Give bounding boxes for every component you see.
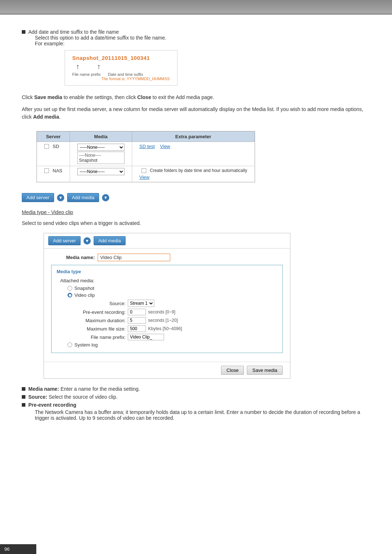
- media-name-label: Media name:: [51, 255, 95, 260]
- sd-extra-cell: SD test View: [132, 142, 254, 166]
- nas-label: NAS: [53, 168, 62, 173]
- add-server-button[interactable]: Add server: [22, 193, 54, 202]
- nas-media-dropdown[interactable]: -----None-----: [77, 168, 124, 175]
- max-filesize-hint: Kbytes [50~4096]: [148, 326, 182, 331]
- para1: Click Save media to enable the settings,…: [22, 94, 370, 101]
- section-subtitle: Select to send video clips when a trigge…: [22, 219, 370, 227]
- syslog-label: System log: [74, 342, 98, 348]
- max-duration-hint: seconds [1~20]: [148, 318, 178, 323]
- bullet-source-bold: Source:: [28, 394, 47, 400]
- add-server-icon[interactable]: ▼: [57, 194, 64, 201]
- file-prefix-input[interactable]: [128, 334, 164, 340]
- media-type-section: Media type Attached media: Snapshot Vide…: [51, 265, 283, 353]
- para2-start: After you set up the first media server,…: [22, 106, 363, 120]
- sd-view-link[interactable]: View: [160, 144, 170, 149]
- dropdown-none-option: ----None----: [79, 153, 123, 158]
- sd-server-cell: SD: [37, 142, 70, 166]
- snapshot-filename: Snapshot_20111015_100341: [72, 55, 170, 61]
- bullet-media-name: Media name: Enter a name for the media s…: [22, 386, 370, 392]
- label-prefix: File name prefix: [72, 72, 101, 77]
- bullet-media-name-bold: Media name:: [28, 386, 59, 392]
- pre-event-row: Pre-event recording: seconds [0~9]: [75, 309, 277, 315]
- bullet-sub2: For example:: [35, 41, 177, 46]
- nas-checkbox[interactable]: [44, 168, 49, 173]
- label-suffix: Date and time suffix: [108, 72, 143, 77]
- bullet-sub1: Select this option to add a date/time su…: [35, 35, 177, 41]
- dialog-add-server-icon[interactable]: ▼: [83, 237, 91, 245]
- bullet-icon-2: [22, 395, 25, 399]
- create-folders-checkbox[interactable]: [142, 168, 146, 173]
- add-media-icon[interactable]: ▼: [102, 194, 109, 201]
- create-folders-row: Create folders by date time and hour aut…: [142, 168, 247, 173]
- source-dropdown[interactable]: Stream 1 Stream 2: [128, 300, 154, 307]
- dialog-add-media-button[interactable]: Add media: [94, 236, 126, 245]
- bullet-icon: [22, 30, 25, 34]
- page-content: Add date and time suffix to the file nam…: [0, 15, 392, 445]
- media-name-row: Media name:: [51, 254, 283, 261]
- pre-event-input[interactable]: [128, 309, 146, 315]
- bullet-source: Source: Select the source of video clip.: [22, 394, 370, 400]
- nas-media-cell: -----None-----: [70, 166, 132, 182]
- source-row: Source: Stream 1 Stream 2: [75, 300, 277, 307]
- bottom-bullets: Media name: Enter a name for the media s…: [22, 386, 370, 421]
- bullet-source-text: Source: Select the source of video clip.: [28, 394, 118, 400]
- dialog-footer: Close Save media: [44, 362, 290, 378]
- table-row-sd: SD -----None----- ----None---- Snapshot: [37, 142, 255, 166]
- bullet-date-suffix-text: Add date and time suffix to the file nam…: [28, 29, 119, 35]
- sd-label: SD: [53, 144, 59, 149]
- media-name-input[interactable]: [98, 254, 170, 261]
- syslog-radio[interactable]: [68, 342, 72, 347]
- pre-event-hint: seconds [0~9]: [148, 309, 175, 315]
- bullet-date-suffix: Add date and time suffix to the file nam…: [22, 29, 370, 89]
- max-filesize-input[interactable]: [128, 325, 146, 332]
- col-server: Server: [37, 132, 70, 142]
- add-media-button[interactable]: Add media: [67, 193, 99, 202]
- page-header: [0, 0, 392, 15]
- snapshot-label: Snapshot: [74, 286, 94, 291]
- bold-save-media: Save media: [34, 94, 62, 100]
- nas-extra-cell: Create folders by date time and hour aut…: [132, 166, 254, 182]
- dropdown-snapshot-option: Snapshot: [79, 158, 123, 163]
- dialog-add-server-button[interactable]: Add server: [48, 236, 81, 245]
- nas-view-link[interactable]: View: [139, 175, 150, 180]
- bullet-pre-event-content: Pre-event recording The Network Camera h…: [28, 402, 370, 421]
- bullet-sub: Select this option to add a date/time su…: [35, 35, 177, 46]
- media-type-title: Media type: [57, 269, 277, 274]
- max-filesize-label: Maximum file size:: [75, 326, 126, 332]
- bullet-media-name-text: Media name: Enter a name for the media s…: [28, 386, 140, 392]
- para2: After you set up the first media server,…: [22, 106, 370, 121]
- video-clip-dialog: Add server ▼ Add media Media name: Media…: [44, 233, 290, 379]
- sd-test-link[interactable]: SD test: [139, 144, 155, 149]
- col-extra: Extra parameter: [132, 132, 254, 142]
- file-prefix-row: File name prefix:: [75, 334, 277, 340]
- bottom-btn-row: Add server ▼ Add media ▼: [22, 193, 370, 202]
- bullet-pre-event: Pre-event recording The Network Camera h…: [22, 402, 370, 421]
- media-server-table-wrapper: Server Media Extra parameter SD: [36, 131, 255, 182]
- page-number: 96: [0, 544, 36, 554]
- radio-syslog-row: System log: [68, 342, 277, 348]
- max-duration-label: Maximum duration:: [75, 318, 126, 323]
- bullet-icon-3: [22, 403, 25, 407]
- bullet-pre-event-bold: Pre-event recording: [28, 402, 76, 408]
- nas-server-cell: NAS: [37, 166, 70, 182]
- section-title-text: Media type - Video clip: [22, 209, 73, 215]
- bullet-icon-1: [22, 387, 25, 391]
- radio-snapshot-row: Snapshot: [68, 286, 277, 291]
- bullet-pre-event-detail: The Network Camera has a buffer area; it…: [35, 409, 370, 421]
- table-row-nas: NAS -----None----- Create folders by dat…: [37, 166, 255, 182]
- labels-row: File name prefix Date and time suffix: [72, 72, 170, 77]
- snapshot-radio[interactable]: [68, 286, 72, 291]
- sd-media-dropdown[interactable]: -----None----- ----None---- Snapshot: [77, 144, 124, 151]
- create-folders-label: Create folders by date time and hour aut…: [150, 168, 247, 173]
- close-button[interactable]: Close: [221, 366, 244, 375]
- example-box: Snapshot_20111015_100341 ↑ ↑ File name p…: [65, 50, 177, 86]
- max-duration-row: Maximum duration: seconds [1~20]: [75, 317, 277, 324]
- radio-video-row: Video clip: [68, 292, 277, 298]
- save-media-button[interactable]: Save media: [247, 366, 283, 375]
- max-duration-input[interactable]: [128, 317, 146, 324]
- sd-checkbox[interactable]: [44, 144, 49, 149]
- dialog-body: Media name: Media type Attached media: S…: [44, 249, 290, 362]
- max-filesize-row: Maximum file size: Kbytes [50~4096]: [75, 325, 277, 332]
- video-clip-radio[interactable]: [68, 293, 72, 297]
- para2-end: .: [59, 114, 61, 120]
